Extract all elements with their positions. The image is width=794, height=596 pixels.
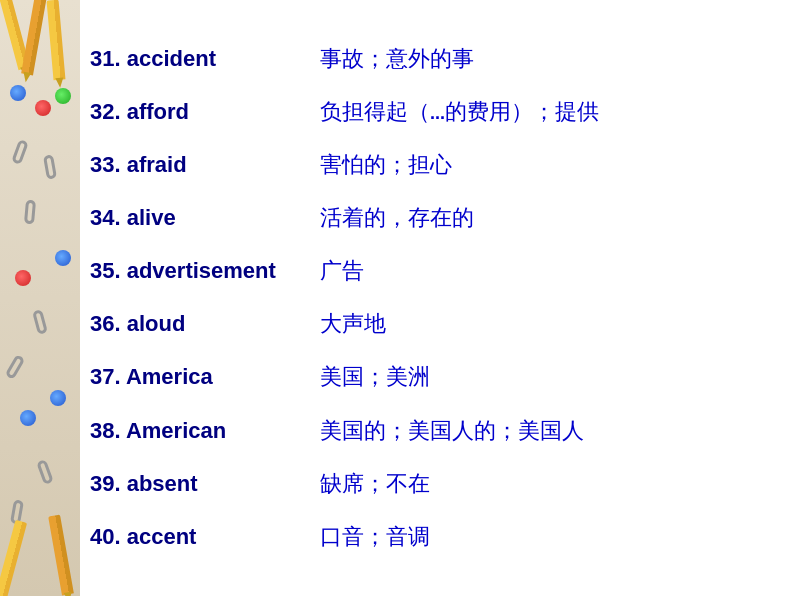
tack-green-1 (55, 88, 71, 104)
word-chinese: 大声地 (320, 310, 774, 339)
word-chinese: 口音；音调 (320, 523, 774, 552)
word-chinese: 害怕的；担心 (320, 151, 774, 180)
vocab-row: 36. aloud大声地 (90, 310, 774, 339)
vocab-row: 40. accent口音；音调 (90, 523, 774, 552)
word-english: 34. alive (90, 204, 320, 233)
tack-red-2 (15, 270, 31, 286)
vocab-row: 34. alive活着的，存在的 (90, 204, 774, 233)
pencil-decoration-4 (0, 520, 27, 596)
vocab-row: 35. advertisement广告 (90, 257, 774, 286)
vocab-row: 32. afford负担得起（...的费用）；提供 (90, 98, 774, 127)
tack-blue-3 (20, 410, 36, 426)
clip-1 (11, 139, 29, 165)
word-english: 31. accident (90, 45, 320, 74)
word-english: 38. American (90, 417, 320, 446)
clip-2 (43, 154, 57, 179)
clip-4 (32, 309, 48, 335)
word-english: 39. absent (90, 470, 320, 499)
clip-3 (24, 200, 36, 225)
slide: 31. accident事故；意外的事32. afford负担得起（...的费用… (0, 0, 794, 596)
word-english: 37. America (90, 363, 320, 392)
vocab-row: 33. afraid害怕的；担心 (90, 151, 774, 180)
word-chinese: 广告 (320, 257, 774, 286)
word-chinese: 事故；意外的事 (320, 45, 774, 74)
word-chinese: 负担得起（...的费用）；提供 (320, 98, 774, 127)
word-english: 33. afraid (90, 151, 320, 180)
word-chinese: 美国的；美国人的；美国人 (320, 417, 774, 446)
word-english: 35. advertisement (90, 257, 320, 286)
pencil-decoration-2 (21, 0, 47, 75)
left-decoration (0, 0, 80, 596)
tack-blue-2 (55, 250, 71, 266)
word-chinese: 缺席；不在 (320, 470, 774, 499)
content-area: 31. accident事故；意外的事32. afford负担得起（...的费用… (80, 0, 794, 596)
pencil-decoration-3 (47, 0, 66, 80)
pencil-decoration-5 (48, 515, 74, 596)
clip-6 (36, 459, 54, 485)
tack-green-2 (50, 390, 66, 406)
word-english: 40. accent (90, 523, 320, 552)
word-chinese: 活着的，存在的 (320, 204, 774, 233)
vocab-row: 39. absent缺席；不在 (90, 470, 774, 499)
clip-5 (5, 354, 26, 380)
word-chinese: 美国；美洲 (320, 363, 774, 392)
word-english: 36. aloud (90, 310, 320, 339)
vocab-row: 31. accident事故；意外的事 (90, 45, 774, 74)
vocab-row: 38. American美国的；美国人的；美国人 (90, 417, 774, 446)
word-english: 32. afford (90, 98, 320, 127)
tack-blue-1 (10, 85, 26, 101)
vocab-row: 37. America美国；美洲 (90, 363, 774, 392)
tack-red-1 (35, 100, 51, 116)
